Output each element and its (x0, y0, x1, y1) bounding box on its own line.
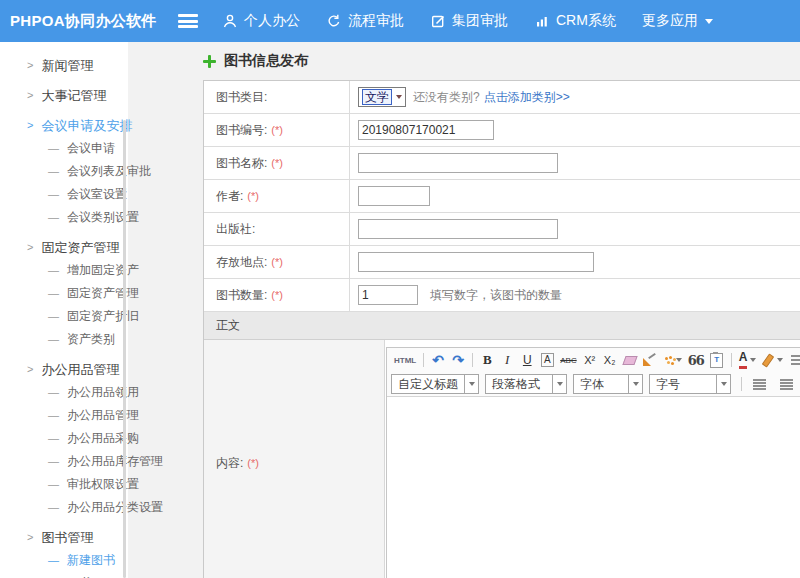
bold-button[interactable]: B (478, 352, 496, 369)
editor-content[interactable] (387, 396, 800, 578)
sidebar-item-supplies-inventory[interactable]: —办公用品库存管理 (0, 450, 128, 473)
highlight-color-button[interactable] (760, 352, 785, 369)
required-mark: (*) (271, 256, 283, 268)
eraser-button[interactable] (621, 352, 639, 369)
align-center-icon (780, 379, 793, 390)
quantity-hint: 填写数字，该图书的数量 (430, 287, 562, 304)
sidebar-item-meeting-list[interactable]: —会议列表及审批 (0, 160, 128, 183)
clear-format-button[interactable] (641, 352, 659, 369)
category-select[interactable]: 文学 (358, 87, 406, 107)
ordered-list-button[interactable] (787, 352, 800, 369)
sidebar-item-supplies-purchase[interactable]: —办公用品采购 (0, 427, 128, 450)
storage-location-input[interactable] (358, 252, 594, 272)
paragraph-format-dropdown[interactable]: 段落格式 (485, 374, 567, 394)
add-category-link[interactable]: 点击添加类别>> (484, 89, 570, 106)
nav-more-apps[interactable]: 更多应用 (642, 12, 713, 30)
nav-personal-office[interactable]: 个人办公 (222, 12, 300, 30)
page-header: 图书信息发布 (203, 51, 308, 71)
chevron-right-icon: > (27, 84, 33, 107)
nav-group-approval[interactable]: 集团审批 (430, 12, 508, 30)
underline-button[interactable]: U (518, 352, 536, 369)
book-form: 图书类目: 文学 还没有类别? 点击添加类别>> 图书编号:(*) 图书名称:(… (203, 80, 800, 578)
sidebar-item-asset-add[interactable]: —增加固定资产 (0, 259, 128, 282)
align-center-button[interactable] (774, 376, 799, 393)
caret-down-icon (469, 382, 475, 386)
char-border-button[interactable]: A (541, 353, 554, 367)
sidebar-item-supplies-category[interactable]: —办公用品分类设置 (0, 496, 128, 519)
caret-down-icon (777, 358, 783, 362)
sidebar-item-supplies-manage[interactable]: —办公用品管理 (0, 404, 128, 427)
quantity-input[interactable] (358, 285, 418, 305)
form-row-category: 图书类目: 文学 还没有类别? 点击添加类别>> (204, 81, 800, 114)
field-label: 图书数量:(*) (204, 279, 350, 311)
sidebar-scrollbar[interactable] (123, 120, 126, 578)
field-label: 出版社: (204, 213, 350, 245)
form-row-book-number: 图书编号:(*) (204, 114, 800, 147)
font-color-button[interactable]: A (737, 352, 759, 369)
required-mark: (*) (247, 190, 259, 202)
format-brush-button[interactable] (661, 352, 684, 369)
paste-text-button[interactable] (708, 352, 726, 369)
publisher-input[interactable] (358, 219, 558, 239)
nav-label: 更多应用 (642, 12, 698, 30)
user-icon (222, 13, 238, 29)
category-selected-value: 文学 (362, 89, 392, 105)
nav-flow-approval[interactable]: 流程审批 (326, 12, 404, 30)
topbar: PHPOA协同办公软件 个人办公 流程审批 集团审批 CRM系统 更多应用 (0, 0, 800, 42)
dash-icon: — (48, 206, 59, 229)
add-icon (203, 55, 216, 68)
sidebar-item-meeting-apply[interactable]: —会议申请 (0, 137, 128, 160)
menu-icon[interactable] (178, 14, 198, 28)
strikethrough-button[interactable]: ABC (558, 352, 578, 369)
ordered-list-icon (791, 355, 800, 366)
dash-icon: — (48, 328, 59, 351)
subscript-button[interactable]: X₂ (601, 352, 619, 369)
sidebar-item-events-mgmt[interactable]: >大事记管理 (0, 84, 128, 107)
sidebar-item-asset-category[interactable]: —资产类别 (0, 328, 128, 351)
broom-icon (643, 354, 656, 367)
align-left-button[interactable] (747, 376, 772, 393)
select-caret-icon (396, 95, 402, 99)
sidebar-item-meeting-mgmt[interactable]: >会议申请及安排 (0, 114, 128, 137)
sidebar-item-supplies-mgmt[interactable]: >办公用品管理 (0, 358, 128, 381)
book-name-input[interactable] (358, 153, 558, 173)
blockquote-button[interactable]: 66 (686, 352, 706, 369)
heading-dropdown[interactable]: 自定义标题 (391, 374, 479, 394)
author-input[interactable] (358, 186, 430, 206)
sidebar-item-meeting-category[interactable]: —会议类别设置 (0, 206, 128, 229)
sidebar-item-approval-permission[interactable]: —审批权限设置 (0, 473, 128, 496)
required-mark: (*) (247, 457, 259, 469)
sidebar-item-book-mgmt[interactable]: >图书管理 (0, 526, 128, 549)
dash-icon: — (48, 183, 59, 206)
sidebar-item-supplies-claim[interactable]: —办公用品领用 (0, 381, 128, 404)
editor-toolbar-row2: 自定义标题 段落格式 字体 字号 (387, 372, 800, 396)
field-label: 图书编号:(*) (204, 114, 350, 146)
sidebar-item-meeting-room[interactable]: —会议室设置 (0, 183, 128, 206)
font-family-dropdown[interactable]: 字体 (573, 374, 643, 394)
redo-button[interactable]: ↷ (449, 352, 467, 369)
sidebar-item-book-new[interactable]: —新建图书 (0, 549, 128, 572)
book-number-input[interactable] (358, 120, 494, 140)
field-label: 图书类目: (204, 81, 350, 113)
nav-crm-system[interactable]: CRM系统 (534, 12, 616, 30)
page-title: 图书信息发布 (224, 52, 308, 70)
sidebar-item-asset-manage[interactable]: —固定资产管理 (0, 282, 128, 305)
italic-button[interactable]: I (498, 352, 516, 369)
chevron-right-icon: > (27, 114, 33, 137)
app-logo[interactable]: PHPOA协同办公软件 (10, 12, 178, 31)
sidebar-item-asset-mgmt[interactable]: >固定资产管理 (0, 236, 128, 259)
dash-icon: — (48, 381, 59, 404)
superscript-button[interactable]: X² (581, 352, 599, 369)
sidebar-item-news-mgmt[interactable]: >新闻管理 (0, 54, 128, 77)
html-source-button[interactable]: HTML (392, 352, 418, 369)
dash-icon: — (48, 549, 59, 572)
form-row-publisher: 出版社: (204, 213, 800, 246)
sidebar-item-book-manage[interactable]: —图书管理 (0, 572, 128, 578)
form-row-content: 内容: (*) HTML ↶ ↷ B I U A ABC (204, 340, 800, 578)
toolbar-separator (472, 353, 473, 367)
font-size-dropdown[interactable]: 字号 (649, 374, 731, 394)
eraser-icon (622, 356, 637, 365)
sidebar-item-asset-depreciation[interactable]: —固定资产折旧 (0, 305, 128, 328)
form-row-storage: 存放地点:(*) (204, 246, 800, 279)
undo-button[interactable]: ↶ (429, 352, 447, 369)
